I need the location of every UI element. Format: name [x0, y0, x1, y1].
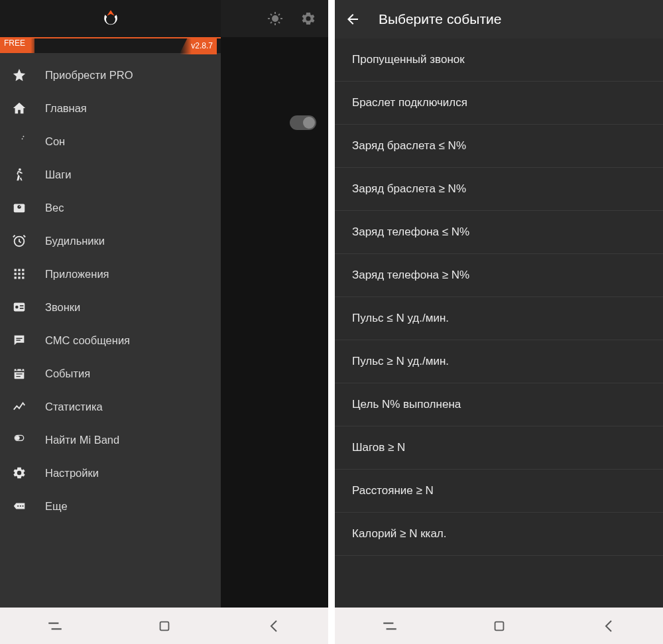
page-title: Выберите событие	[379, 11, 501, 27]
event-item[interactable]: Заряд телефона ≤ N%	[335, 211, 663, 254]
system-navbar-right	[335, 608, 663, 644]
svg-rect-13	[15, 277, 17, 279]
phone-left: FREE v2.8.7 Приобрести PROГлавнаяСонШаги…	[0, 0, 328, 644]
sidebar-item-apps[interactable]: Приложения	[0, 257, 221, 290]
stats-icon	[12, 399, 27, 414]
svg-point-0	[272, 15, 278, 22]
sidebar-item-label: Сон	[45, 135, 65, 148]
drawer-scrim[interactable]	[221, 37, 328, 608]
find-icon	[12, 432, 27, 447]
left-header	[0, 0, 328, 37]
sidebar-item-home[interactable]: Главная	[0, 92, 221, 125]
sidebar-item-moon[interactable]: Сон	[0, 125, 221, 158]
sidebar-item-label: Еще	[45, 500, 68, 513]
toggle-knob	[303, 117, 315, 129]
svg-rect-10	[15, 273, 17, 275]
svg-rect-24	[160, 621, 168, 630]
star-icon	[12, 68, 27, 82]
sidebar-item-label: Шаги	[45, 168, 72, 181]
alarm-icon	[12, 233, 27, 248]
sidebar-item-label: События	[45, 367, 90, 380]
free-badge: FREE	[0, 37, 34, 53]
toggle-switch[interactable]	[290, 115, 316, 130]
svg-point-21	[17, 505, 19, 507]
sidebar-item-stats[interactable]: Статистика	[0, 390, 221, 423]
svg-rect-11	[18, 273, 20, 275]
home-icon	[12, 101, 27, 115]
back-arrow-icon[interactable]	[344, 11, 361, 28]
back-button[interactable]	[254, 613, 294, 639]
event-item[interactable]: Пропущенный звонок	[335, 38, 663, 82]
app-logo-icon	[99, 7, 123, 31]
sidebar-item-walk[interactable]: Шаги	[0, 158, 221, 191]
svg-point-22	[20, 505, 21, 507]
sidebar-item-label: Приложения	[45, 268, 109, 281]
bug-icon[interactable]	[261, 4, 290, 33]
svg-rect-9	[22, 269, 24, 271]
svg-point-3	[19, 168, 21, 171]
sidebar-item-label: Главная	[45, 102, 87, 115]
back-button[interactable]	[589, 613, 629, 639]
svg-point-5	[17, 205, 21, 209]
sidebar-item-label: Приобрести PRO	[45, 69, 133, 82]
moon-icon	[12, 134, 27, 149]
recents-button[interactable]	[35, 613, 75, 639]
events-icon	[12, 366, 27, 381]
right-header: Выберите событие	[335, 0, 663, 38]
sidebar-item-weight[interactable]: Вес	[0, 191, 221, 224]
svg-point-2	[22, 138, 23, 139]
event-item[interactable]: Калорий ≥ N ккал.	[335, 513, 663, 556]
svg-rect-7	[15, 269, 17, 271]
sidebar-item-sms[interactable]: СМС сообщения	[0, 324, 221, 357]
event-item[interactable]: Пульс ≥ N уд./мин.	[335, 340, 663, 383]
sidebar-item-star[interactable]: Приобрести PRO	[0, 58, 221, 92]
event-item[interactable]: Цель N% выполнена	[335, 383, 663, 426]
event-item[interactable]: Заряд телефона ≥ N%	[335, 254, 663, 297]
version-bar: FREE v2.8.7	[0, 37, 221, 53]
event-item[interactable]: Заряд браслета ≤ N%	[335, 125, 663, 168]
sidebar-item-calls[interactable]: Звонки	[0, 290, 221, 324]
apps-icon	[12, 267, 27, 281]
sidebar-item-settings[interactable]: Настройки	[0, 456, 221, 489]
event-item[interactable]: Шагов ≥ N	[335, 426, 663, 470]
event-item[interactable]: Расстояние ≥ N	[335, 470, 663, 513]
settings-icon	[12, 466, 27, 480]
sidebar-item-label: Будильники	[45, 235, 105, 247]
sms-icon	[12, 333, 27, 348]
nav-drawer: Приобрести PROГлавнаяСонШагиВесБудильник…	[0, 53, 221, 608]
event-item[interactable]: Пульс ≤ N уд./мин.	[335, 297, 663, 340]
svg-rect-15	[22, 277, 24, 279]
weight-icon	[12, 200, 27, 215]
sidebar-item-label: СМС сообщения	[45, 334, 130, 347]
sidebar-item-find[interactable]: Найти Mi Band	[0, 423, 221, 456]
walk-icon	[12, 167, 27, 182]
svg-point-1	[23, 136, 25, 137]
sidebar-item-alarm[interactable]: Будильники	[0, 224, 221, 257]
header-actions	[221, 4, 328, 33]
svg-rect-14	[18, 277, 20, 279]
sidebar-item-events[interactable]: События	[0, 357, 221, 390]
home-button[interactable]	[479, 613, 519, 639]
version-label: v2.8.7	[179, 38, 217, 54]
sidebar-item-label: Статистика	[45, 401, 103, 413]
svg-point-20	[16, 436, 19, 440]
sidebar-item-label: Настройки	[45, 467, 99, 480]
svg-rect-25	[495, 621, 503, 630]
recents-button[interactable]	[370, 613, 410, 639]
system-navbar-left	[0, 608, 328, 644]
more-icon	[12, 499, 27, 513]
svg-point-23	[22, 505, 23, 507]
sidebar-item-label: Вес	[45, 202, 64, 214]
event-item[interactable]: Браслет подключился	[335, 82, 663, 125]
gear-icon[interactable]	[294, 4, 323, 33]
event-list: Пропущенный звонокБраслет подключилсяЗар…	[335, 38, 663, 608]
home-button[interactable]	[145, 613, 184, 639]
sidebar-item-label: Найти Mi Band	[45, 434, 119, 446]
sidebar-item-label: Звонки	[45, 301, 80, 314]
svg-rect-12	[22, 273, 24, 275]
phone-right: Выберите событие Пропущенный звонокБрасл…	[335, 0, 663, 644]
event-item[interactable]: Заряд браслета ≥ N%	[335, 168, 663, 211]
logo-area	[0, 0, 221, 37]
sidebar-item-more[interactable]: Еще	[0, 489, 221, 523]
calls-icon	[12, 300, 27, 314]
